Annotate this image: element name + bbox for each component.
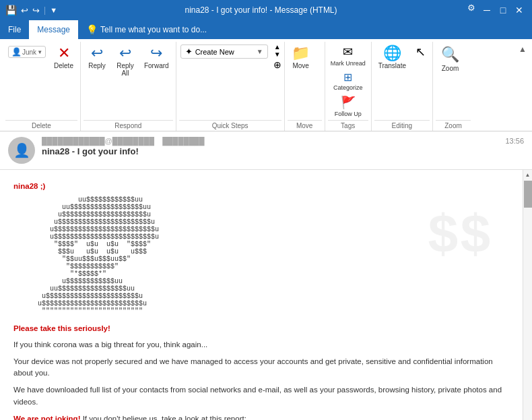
tell-me-bar[interactable]: 💡 Tell me what you want to do... bbox=[78, 20, 215, 39]
ribbon-group-tags: ✉ Mark Unread ⊞ Categorize 🚩 Follow Up T… bbox=[325, 42, 372, 131]
ribbon-group-quicksteps: ✦ Create New ▼ ▲ ▼ ⊕ Quick Steps bbox=[176, 42, 285, 131]
editing-group-content: 🌐 Translate ↖ bbox=[374, 43, 430, 119]
reply-label: Reply bbox=[88, 62, 106, 69]
para-3: We have downloaded full list of your con… bbox=[13, 384, 509, 408]
menu-message[interactable]: Message bbox=[29, 20, 78, 39]
translate-label: Translate bbox=[378, 62, 406, 69]
forward-button[interactable]: ↪ Forward bbox=[140, 43, 173, 72]
divider: | bbox=[44, 5, 46, 15]
qs-down-icon[interactable]: ▼ bbox=[274, 51, 281, 58]
title-bar-left: 💾 ↩ ↪ | ▼ bbox=[5, 5, 57, 16]
reply-all-icon: ↩ bbox=[119, 46, 131, 61]
sender-name: nina28 ;) bbox=[13, 181, 509, 192]
avatar: 👤 bbox=[8, 137, 35, 164]
more-editing-button[interactable]: ↖ bbox=[411, 43, 430, 62]
close-button[interactable]: ✕ bbox=[512, 3, 527, 18]
reply-button[interactable]: ↩ Reply bbox=[84, 43, 110, 72]
from-address: ████████████@████████ ████████ bbox=[42, 137, 205, 145]
not-joking-rest: If you don't believe us, take a look at … bbox=[83, 415, 246, 420]
lightbulb-icon: 💡 bbox=[86, 24, 98, 35]
move-group-content: 📁 Move bbox=[288, 43, 322, 119]
email-body-inner: nina28 ;) uu$$$$$$$$$$$$uu uu$$$$$$$$$$$… bbox=[13, 181, 509, 420]
email-meta: ████████████@████████ ████████ nina28 - … bbox=[42, 137, 498, 156]
zoom-label: Zoom bbox=[442, 65, 459, 72]
junk-area: 👤 Junk ▼ bbox=[5, 43, 48, 61]
email-body-container: $$ nina28 ;) uu$$$$$$$$$$$$uu uu$$$$$$$$… bbox=[0, 170, 532, 420]
delete-label: Delete bbox=[54, 62, 73, 69]
junk-arrow: ▼ bbox=[37, 49, 42, 55]
scroll-up-arrow[interactable]: ▲ bbox=[523, 170, 533, 179]
categorize-icon: ⊞ bbox=[343, 71, 352, 84]
ribbon-group-delete: 👤 Junk ▼ ✕ Delete Delete bbox=[3, 42, 81, 131]
tell-me-text: Tell me what you want to do... bbox=[100, 25, 207, 34]
editing-group-label: Editing bbox=[374, 120, 430, 129]
quicksteps-area: ✦ Create New ▼ bbox=[179, 43, 269, 60]
title-bar: 💾 ↩ ↪ | ▼ nina28 - I got your info! - Me… bbox=[0, 0, 532, 20]
person-icon: 👤 bbox=[11, 47, 22, 57]
ascii-art: uu$$$$$$$$$$$$uu uu$$$$$$$$$$$$$$$$$$uu … bbox=[13, 196, 509, 315]
para-1: If you think corona was a big threat for… bbox=[13, 339, 509, 351]
move-icon: 📁 bbox=[292, 46, 310, 61]
create-new-icon: ✦ bbox=[185, 47, 193, 57]
settings-icon[interactable]: ⚙ bbox=[465, 3, 478, 18]
menu-file[interactable]: File bbox=[0, 20, 29, 39]
move-group-label: Move bbox=[288, 120, 322, 129]
not-joking-bold: We are not joking! bbox=[13, 415, 80, 420]
tags-group-label: Tags bbox=[328, 120, 368, 129]
junk-button[interactable]: 👤 Junk ▼ bbox=[8, 46, 46, 58]
ribbon: 👤 Junk ▼ ✕ Delete Delete ↩ Reply bbox=[0, 39, 532, 131]
follow-up-label: Follow Up bbox=[335, 111, 362, 117]
ribbon-groups: 👤 Junk ▼ ✕ Delete Delete ↩ Reply bbox=[0, 42, 532, 131]
reply-all-button[interactable]: ↩ ReplyAll bbox=[112, 43, 139, 80]
follow-up-button[interactable]: 🚩 Follow Up bbox=[328, 94, 368, 119]
zoom-group-label: Zoom bbox=[436, 120, 471, 129]
email-subject: nina28 - I got your info! bbox=[42, 146, 498, 156]
zoom-button[interactable]: 🔍 Zoom bbox=[436, 43, 465, 75]
mark-unread-label: Mark Unread bbox=[331, 60, 366, 67]
minimize-button[interactable]: ─ bbox=[479, 3, 494, 18]
ribbon-collapse[interactable]: ▲ bbox=[516, 42, 529, 131]
undo-icon[interactable]: ↩ bbox=[21, 5, 28, 16]
categorize-button[interactable]: ⊞ Categorize bbox=[328, 69, 368, 92]
ribbon-group-zoom: 🔍 Zoom Zoom bbox=[433, 42, 473, 131]
scroll-thumb[interactable] bbox=[524, 181, 532, 208]
collapse-icon: ▲ bbox=[519, 44, 527, 54]
email-time: 13:56 bbox=[505, 137, 524, 145]
quicksteps-content: ✦ Create New ▼ ▲ ▼ ⊕ bbox=[179, 43, 281, 119]
translate-button[interactable]: 🌐 Translate bbox=[374, 43, 410, 72]
cursor-icon: ↖ bbox=[415, 46, 426, 58]
mark-unread-button[interactable]: ✉ Mark Unread bbox=[328, 43, 368, 68]
dropdown-arrow-icon: ▼ bbox=[257, 48, 263, 55]
avatar-icon: 👤 bbox=[13, 142, 30, 158]
quicksteps-group-label: Quick Steps bbox=[179, 120, 281, 129]
respond-group-label: Respond bbox=[84, 120, 173, 129]
ribbon-group-respond: ↩ Reply ↩ ReplyAll ↪ Forward Respond bbox=[81, 42, 176, 131]
redo-icon[interactable]: ↪ bbox=[32, 5, 40, 16]
quicksteps-arrows: ▲ ▼ ⊕ bbox=[271, 43, 281, 70]
delete-button[interactable]: ✕ Delete bbox=[50, 43, 77, 72]
menu-bar: File Message 💡 Tell me what you want to … bbox=[0, 20, 532, 39]
respond-group-content: ↩ Reply ↩ ReplyAll ↪ Forward bbox=[84, 43, 173, 119]
junk-label: Junk bbox=[22, 49, 36, 56]
delete-group-content: 👤 Junk ▼ ✕ Delete bbox=[5, 43, 77, 119]
delete-group-label: Delete bbox=[5, 120, 77, 129]
ribbon-group-editing: 🌐 Translate ↖ Editing bbox=[372, 42, 433, 131]
email-header: 👤 ████████████@████████ ████████ nina28 … bbox=[0, 131, 532, 170]
move-button[interactable]: 📁 Move bbox=[288, 43, 314, 72]
restore-button[interactable]: □ bbox=[496, 3, 510, 18]
move-label: Move bbox=[292, 62, 308, 69]
warning-heading: Please take this seriously! bbox=[13, 323, 509, 334]
para-not-joking: We are not joking! If you don't believe … bbox=[13, 413, 509, 420]
qs-up-icon[interactable]: ▲ bbox=[274, 43, 281, 51]
zoom-group-content: 🔍 Zoom bbox=[436, 43, 471, 119]
expand-icon[interactable]: ▼ bbox=[50, 6, 57, 14]
tags-buttons-col: ✉ Mark Unread ⊞ Categorize 🚩 Follow Up bbox=[328, 43, 368, 119]
forward-label: Forward bbox=[144, 62, 169, 69]
qs-expand-icon[interactable]: ⊕ bbox=[273, 59, 281, 70]
email-body[interactable]: $$ nina28 ;) uu$$$$$$$$$$$$uu uu$$$$$$$$… bbox=[0, 170, 523, 420]
zoom-icon: 🔍 bbox=[441, 46, 459, 63]
window-controls: ⚙ ─ □ ✕ bbox=[465, 3, 527, 18]
create-new-dropdown[interactable]: ✦ Create New ▼ bbox=[180, 44, 268, 59]
scrollbar[interactable]: ▲ ▼ bbox=[523, 170, 532, 420]
follow-up-icon: 🚩 bbox=[341, 95, 356, 110]
